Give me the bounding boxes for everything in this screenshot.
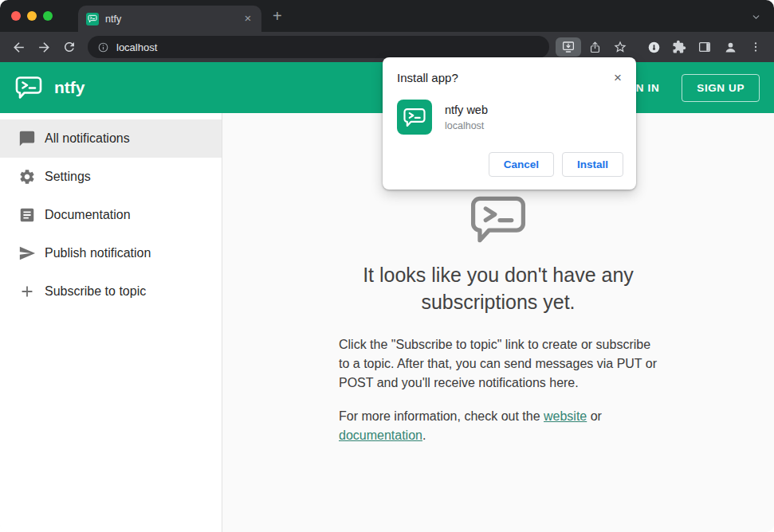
dialog-close-icon[interactable]: ×	[611, 71, 625, 85]
sidebar-item-label: Publish notification	[45, 246, 151, 260]
new-tab-button[interactable]: +	[261, 7, 282, 32]
sidebar-item-settings[interactable]: Settings	[0, 158, 222, 196]
dialog-title: Install app?	[397, 71, 458, 84]
close-window-button[interactable]	[11, 11, 21, 21]
reload-button[interactable]	[57, 35, 81, 59]
address-bar[interactable]: localhost	[88, 36, 549, 58]
reload-icon	[62, 40, 77, 54]
sidebar-item-label: Subscribe to topic	[45, 284, 146, 299]
chat-icon	[18, 130, 37, 147]
site-info-icon[interactable]	[97, 41, 109, 53]
bookmark-button[interactable]	[608, 35, 632, 59]
gear-icon	[18, 168, 37, 186]
send-icon	[18, 244, 37, 262]
browser-menu-button[interactable]	[744, 35, 768, 59]
back-icon	[11, 40, 26, 55]
sidebar-item-label: Settings	[45, 170, 91, 184]
extensions-area	[642, 35, 768, 59]
empty-state-more-info: For more information, check out the webs…	[339, 407, 658, 445]
minimize-window-button[interactable]	[27, 11, 37, 21]
website-link[interactable]: website	[544, 409, 587, 423]
tab-search-chevron-icon[interactable]	[751, 12, 774, 32]
extensions-button[interactable]	[667, 35, 691, 59]
side-panel-button[interactable]	[693, 35, 717, 59]
dialog-title-row: Install app? ×	[383, 57, 636, 88]
ntfy-logo-icon	[14, 75, 43, 100]
window-controls	[0, 11, 61, 32]
empty-state-text: Click the "Subscribe to topic" link to c…	[339, 321, 658, 445]
sidebar-item-subscribe-to-topic[interactable]: Subscribe to topic	[0, 272, 222, 311]
install-app-dialog: Install app? × ntfy web localhost Cancel…	[383, 57, 636, 190]
share-icon	[588, 41, 602, 54]
password-manager-extension-button[interactable]	[642, 35, 666, 59]
article-icon	[18, 206, 37, 224]
profile-avatar-icon	[723, 40, 738, 55]
ntfy-favicon	[86, 13, 99, 25]
sign-up-button[interactable]: SIGN UP	[682, 74, 760, 102]
menu-kebab-icon	[749, 41, 762, 53]
dialog-app-name: ntfy web	[445, 104, 488, 116]
bookmark-star-icon	[613, 40, 627, 54]
profile-avatar-button[interactable]	[718, 35, 742, 59]
install-app-button[interactable]	[556, 37, 581, 57]
browser-tab[interactable]: ntfy ×	[78, 6, 261, 32]
password-manager-extension-icon	[646, 40, 662, 55]
ntfy-terminal-bubble-icon	[468, 193, 528, 246]
tab-close-icon[interactable]: ×	[241, 12, 255, 26]
cancel-button[interactable]: Cancel	[489, 152, 554, 177]
extensions-puzzle-icon	[672, 40, 686, 54]
forward-button[interactable]	[32, 35, 56, 59]
sidebar-item-publish-notification[interactable]: Publish notification	[0, 234, 222, 272]
sidebar: All notifications Settings Documentation…	[0, 113, 222, 532]
ntfy-app-icon	[397, 100, 432, 135]
zoom-window-button[interactable]	[43, 11, 53, 21]
browser-window: ntfy × + localhost	[0, 0, 774, 532]
more-info-or: or	[587, 409, 602, 423]
sidebar-item-label: All notifications	[45, 131, 130, 146]
sidebar-item-all-notifications[interactable]: All notifications	[0, 119, 222, 158]
dialog-app-origin: localhost	[445, 120, 488, 131]
install-app-icon	[561, 40, 576, 54]
empty-state-description: Click the "Subscribe to topic" link to c…	[339, 335, 658, 393]
side-panel-icon	[697, 40, 712, 54]
empty-state-heading: It looks like you don't have any subscri…	[323, 262, 674, 316]
tab-strip: ntfy × +	[0, 0, 774, 32]
dialog-body: ntfy web localhost	[383, 88, 636, 139]
share-button[interactable]	[583, 35, 607, 59]
more-info-period: .	[422, 428, 426, 442]
dialog-actions: Cancel Install	[383, 139, 636, 190]
documentation-link[interactable]: documentation	[339, 428, 422, 442]
sidebar-item-documentation[interactable]: Documentation	[0, 196, 222, 234]
install-button[interactable]: Install	[562, 152, 623, 177]
forward-icon	[37, 40, 52, 55]
sidebar-item-label: Documentation	[45, 208, 131, 222]
tab-title: ntfy	[105, 14, 234, 25]
url-text: localhost	[116, 41, 157, 53]
more-info-prefix: For more information, check out the	[339, 409, 544, 423]
back-button[interactable]	[6, 35, 30, 59]
plus-icon	[18, 283, 37, 300]
dialog-app-info: ntfy web localhost	[445, 104, 488, 131]
